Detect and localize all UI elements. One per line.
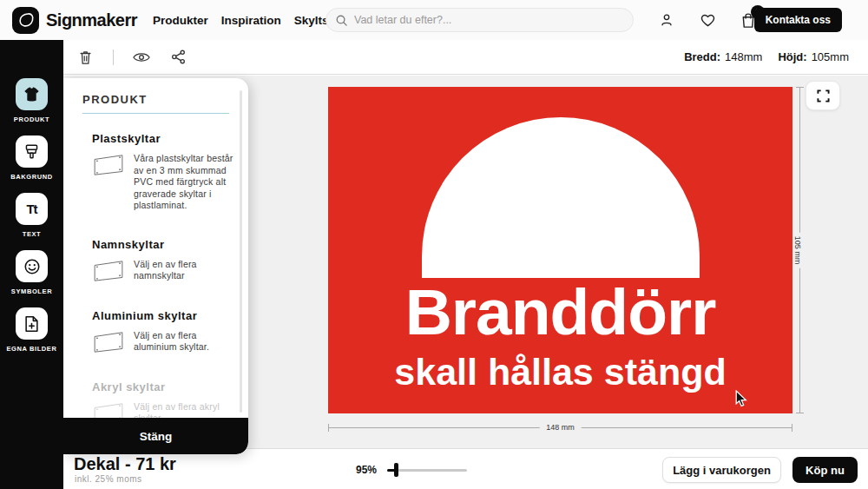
panel-scrollbar[interactable] xyxy=(240,90,242,413)
mouse-cursor xyxy=(734,390,748,407)
editor-toolbar: Bredd:148mm Höjd:105mm xyxy=(0,40,868,75)
sidebar-label-bakgrund: BAKGRUND xyxy=(10,173,53,181)
toolbar-divider xyxy=(113,50,114,65)
sign-dome-shape[interactable] xyxy=(422,117,700,278)
sidebar-label-produkt: PRODUKT xyxy=(14,116,49,123)
sign-text-line1[interactable]: Branddörr xyxy=(405,280,716,345)
preview-eye-icon[interactable] xyxy=(133,49,150,66)
tools-sidebar: PRODUKT BAKGRUND Tt TEXT SYMBOLER EGNA B… xyxy=(0,40,63,489)
height-ruler-label: 105 mm xyxy=(793,233,802,268)
sign-artboard[interactable]: Branddörr skall hållas stängd xyxy=(328,87,792,413)
share-icon[interactable] xyxy=(169,49,187,66)
paint-brush-icon xyxy=(16,135,48,168)
text-icon: Tt xyxy=(16,193,48,225)
panel-items: Plastskyltar Våra plastskyltar består av… xyxy=(63,123,238,418)
zoom-slider-handle[interactable] xyxy=(394,463,398,477)
panel-close-button[interactable]: Stäng xyxy=(63,418,248,454)
product-option-plastskyltar[interactable]: Plastskyltar Våra plastskyltar består av… xyxy=(92,132,238,212)
sign-dimensions: Bredd:148mm Höjd:105mm xyxy=(684,50,849,63)
panel-title: PRODUKT xyxy=(82,93,229,114)
width-value: 148mm xyxy=(725,50,762,63)
sign-plate-icon xyxy=(92,401,125,419)
fullscreen-button[interactable] xyxy=(806,81,840,110)
sidebar-item-egna-bilder[interactable]: EGNA BILDER xyxy=(7,307,57,353)
tshirt-icon xyxy=(16,78,48,110)
nav-produkter[interactable]: Produkter xyxy=(153,14,208,27)
height-ruler: 105 mm xyxy=(796,87,805,413)
sidebar-item-text[interactable]: Tt TEXT xyxy=(16,193,48,238)
nav-inspiration[interactable]: Inspiration xyxy=(221,14,281,27)
sidebar-label-egna-bilder: EGNA BILDER xyxy=(7,345,57,353)
zoom-level: 95% xyxy=(356,464,377,476)
sign-plate-icon xyxy=(92,330,125,354)
image-file-icon xyxy=(16,307,48,340)
checkout-bar: Dekal - 71 kr inkl. 25% moms 95% Lägg i … xyxy=(0,448,868,489)
sidebar-item-produkt[interactable]: PRODUKT xyxy=(14,78,49,123)
product-price: Dekal - 71 kr xyxy=(74,454,176,474)
zoom-slider[interactable] xyxy=(387,463,467,477)
sidebar-item-bakgrund[interactable]: BAKGRUND xyxy=(10,135,53,181)
sign-plate-icon xyxy=(92,259,125,283)
product-option-akryl[interactable]: Akryl skyltar Välj en av flera akryl sky… xyxy=(92,380,238,419)
width-label: Bredd: xyxy=(684,50,720,63)
search-icon xyxy=(335,14,348,27)
add-to-cart-button[interactable]: Lägg i varukorgen xyxy=(662,457,781,483)
brand-name: Signmakerr xyxy=(46,10,137,30)
delete-trash-icon[interactable] xyxy=(76,49,94,66)
contact-button[interactable]: Kontakta oss xyxy=(754,8,842,32)
height-label: Höjd: xyxy=(778,50,806,63)
top-header: Signmakerr Produkter Inspiration Skyltst… xyxy=(0,0,868,40)
sign-plate-icon xyxy=(92,153,125,212)
sidebar-label-text: TEXT xyxy=(23,230,42,238)
product-option-aluminium[interactable]: Aluminium skyltar Välj en av flera alumi… xyxy=(92,309,238,354)
fullscreen-icon xyxy=(817,89,830,102)
vat-note: inkl. 25% moms xyxy=(75,474,142,484)
logo-icon xyxy=(12,7,39,34)
search-input[interactable] xyxy=(354,14,624,26)
smiley-icon xyxy=(16,250,48,282)
width-ruler-label: 148 mm xyxy=(539,423,582,432)
sidebar-label-egna: SYMBOLER xyxy=(11,287,52,295)
account-icon[interactable] xyxy=(658,11,675,29)
sign-text-line2[interactable]: skall hållas stängd xyxy=(394,354,726,391)
search-bar[interactable] xyxy=(326,8,634,32)
product-option-namnskyltar[interactable]: Namnskyltar Välj en av flera namnskyltar xyxy=(92,238,238,283)
brand-logo[interactable]: Signmakerr xyxy=(12,7,137,34)
product-panel: PRODUKT Plastskyltar Våra plastskyltar b… xyxy=(63,78,248,454)
sidebar-item-symboler[interactable]: SYMBOLER xyxy=(11,250,52,295)
height-value: 105mm xyxy=(812,50,849,63)
width-ruler: 148 mm xyxy=(328,424,792,433)
favorites-heart-icon[interactable] xyxy=(699,11,716,29)
buy-now-button[interactable]: Köp nu xyxy=(792,457,858,483)
